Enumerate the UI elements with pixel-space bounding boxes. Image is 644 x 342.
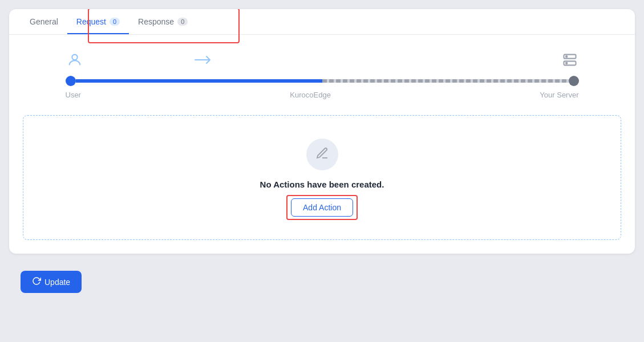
user-node bbox=[66, 51, 84, 69]
pipeline-icons-row bbox=[66, 51, 579, 69]
server-node bbox=[561, 51, 579, 69]
main-card: General Request 0 Response 0 bbox=[9, 9, 635, 254]
update-button[interactable]: Update bbox=[21, 271, 82, 293]
empty-icon-circle bbox=[306, 139, 338, 170]
bar-dot-start bbox=[66, 76, 76, 86]
pipeline-bar-row bbox=[66, 76, 579, 86]
bar-dot-end bbox=[569, 76, 579, 86]
tab-request-badge: 0 bbox=[110, 18, 120, 26]
empty-state-box: No Actions have been created. Add Action bbox=[23, 115, 621, 240]
svg-point-4 bbox=[566, 63, 567, 64]
add-action-button[interactable]: Add Action bbox=[291, 198, 353, 217]
user-label: User bbox=[66, 91, 81, 99]
update-button-label: Update bbox=[44, 278, 70, 287]
tab-general[interactable]: General bbox=[21, 9, 67, 34]
empty-message: No Actions have been created. bbox=[260, 180, 384, 189]
pencil-icon bbox=[315, 146, 329, 162]
edge-label: KurocoEdge bbox=[290, 91, 331, 99]
user-icon bbox=[66, 51, 84, 69]
add-action-highlight-box: Add Action bbox=[291, 198, 353, 217]
tab-request[interactable]: Request 0 bbox=[67, 9, 129, 34]
svg-point-3 bbox=[566, 56, 567, 57]
tabs-row: General Request 0 Response 0 bbox=[9, 9, 635, 35]
bar-filled bbox=[76, 79, 322, 83]
tab-request-label: Request bbox=[76, 17, 106, 26]
tab-general-label: General bbox=[30, 17, 58, 26]
server-label: Your Server bbox=[540, 91, 578, 99]
refresh-icon bbox=[32, 276, 41, 287]
tab-response[interactable]: Response 0 bbox=[129, 9, 197, 34]
bottom-bar: Update bbox=[9, 263, 635, 301]
bar-gray bbox=[322, 79, 569, 83]
tab-response-badge: 0 bbox=[177, 18, 188, 26]
pipeline-section: User KurocoEdge Your Server bbox=[9, 35, 635, 111]
svg-point-0 bbox=[72, 55, 77, 60]
tab-response-label: Response bbox=[138, 17, 174, 26]
server-icon bbox=[561, 51, 579, 69]
pipeline-labels-row: User KurocoEdge Your Server bbox=[66, 91, 579, 99]
arrow-right-icon bbox=[84, 54, 322, 66]
